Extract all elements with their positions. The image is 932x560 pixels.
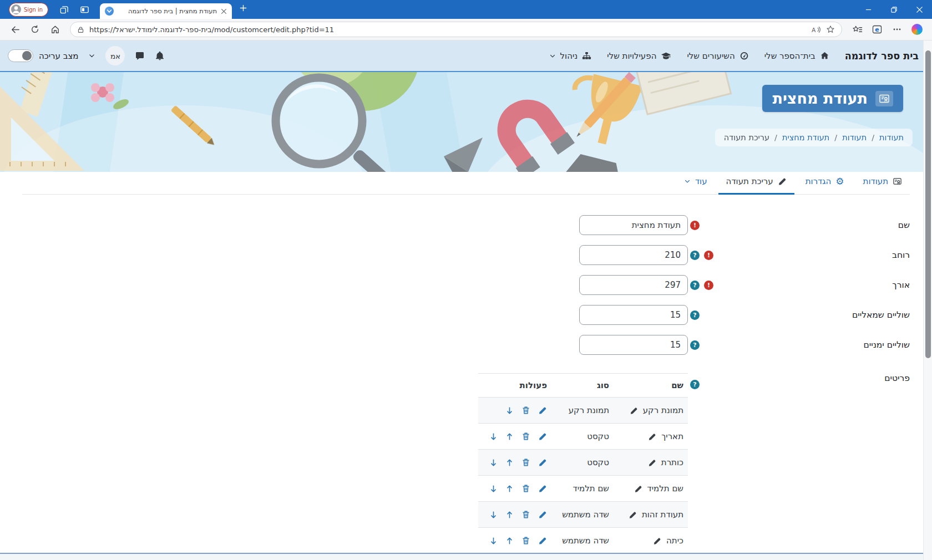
field-input[interactable] bbox=[579, 215, 688, 235]
nav-my-school-label: בית־הספר שלי bbox=[764, 51, 816, 61]
table-row: כותרת טקסט bbox=[478, 450, 688, 476]
tab-more-label: עוד bbox=[695, 176, 707, 186]
edit-element-icon[interactable] bbox=[538, 458, 547, 467]
field-input[interactable] bbox=[579, 245, 688, 265]
breadcrumb-item[interactable]: תעודות bbox=[842, 133, 879, 142]
workspaces-icon[interactable] bbox=[59, 5, 69, 14]
rename-pencil-icon[interactable] bbox=[648, 459, 656, 467]
user-avatar[interactable]: אמ bbox=[105, 46, 125, 65]
rename-pencil-icon[interactable] bbox=[630, 406, 638, 415]
back-icon[interactable] bbox=[7, 21, 23, 38]
delete-element-icon[interactable] bbox=[521, 432, 530, 441]
move-down-icon[interactable] bbox=[489, 432, 498, 441]
field-input[interactable] bbox=[579, 275, 688, 295]
tab-edit-certificate[interactable]: עריכת תעודה bbox=[718, 174, 794, 195]
field-label: רוחב bbox=[722, 250, 910, 260]
home-icon[interactable] bbox=[47, 21, 63, 38]
breadcrumb: תעודות תעודות תעודת מחצית עריכת תעודה bbox=[715, 129, 913, 146]
move-up-icon[interactable] bbox=[505, 432, 514, 441]
settings-menu-icon[interactable] bbox=[889, 21, 905, 38]
delete-element-icon[interactable] bbox=[521, 536, 530, 545]
favorites-hub-icon[interactable] bbox=[849, 21, 865, 38]
element-type: תמונת רקע bbox=[569, 405, 609, 415]
window-close-button[interactable] bbox=[906, 0, 932, 19]
browser-essentials-icon[interactable] bbox=[869, 21, 885, 38]
favorite-star-icon[interactable] bbox=[826, 25, 835, 34]
scrollbar-thumb[interactable] bbox=[925, 50, 931, 358]
messages-icon[interactable] bbox=[135, 51, 145, 61]
help-icon[interactable]: ? bbox=[690, 380, 700, 389]
read-aloud-icon[interactable] bbox=[811, 26, 821, 34]
profile-avatar-icon bbox=[11, 4, 21, 14]
sign-in-button[interactable]: Sign in bbox=[9, 3, 48, 17]
move-down-icon[interactable] bbox=[489, 537, 498, 545]
page-scrollbar[interactable] bbox=[923, 40, 932, 560]
required-icon: ! bbox=[690, 221, 700, 230]
help-icon[interactable]: ? bbox=[690, 251, 700, 260]
rename-pencil-icon[interactable] bbox=[629, 511, 637, 519]
delete-element-icon[interactable] bbox=[521, 484, 530, 493]
breadcrumb-item[interactable]: תעודת מחצית bbox=[782, 133, 842, 142]
edit-mode-control: מצב עריכה bbox=[8, 49, 78, 62]
move-down-icon[interactable] bbox=[489, 459, 498, 467]
window-restore-button[interactable] bbox=[881, 0, 906, 19]
lock-icon[interactable] bbox=[77, 26, 84, 33]
copilot-icon[interactable] bbox=[909, 21, 925, 38]
nav-my-courses[interactable]: השיעורים שלי bbox=[687, 51, 748, 61]
window-minimize-button[interactable] bbox=[855, 0, 881, 19]
nav-my-activities[interactable]: הפעילויות שלי bbox=[607, 51, 671, 61]
chevron-down-icon bbox=[684, 178, 691, 185]
element-type: שדה משתמש bbox=[562, 510, 609, 520]
move-down-icon[interactable] bbox=[489, 485, 498, 493]
edit-element-icon[interactable] bbox=[538, 536, 547, 545]
rename-pencil-icon[interactable] bbox=[648, 432, 656, 441]
new-tab-button[interactable] bbox=[240, 4, 247, 12]
move-up-icon[interactable] bbox=[505, 485, 514, 493]
edit-mode-toggle[interactable] bbox=[8, 49, 33, 62]
breadcrumb-item[interactable]: תעודות bbox=[879, 133, 904, 142]
edit-element-icon[interactable] bbox=[538, 432, 547, 441]
table-row: תעודת זהות שדה משתמש bbox=[478, 502, 688, 528]
edit-element-icon[interactable] bbox=[538, 406, 547, 415]
items-section: פריטים ? שם סוג פעולות bbox=[22, 373, 910, 560]
tab-close-icon[interactable] bbox=[221, 8, 227, 14]
help-icon[interactable]: ? bbox=[690, 340, 700, 350]
tab-more[interactable]: עוד bbox=[676, 174, 715, 195]
breadcrumb-item[interactable]: עריכת תעודה bbox=[724, 133, 782, 142]
delete-element-icon[interactable] bbox=[521, 406, 530, 415]
help-icon[interactable]: ? bbox=[690, 310, 700, 320]
notifications-bell-icon[interactable] bbox=[155, 51, 165, 61]
nav-my-activities-label: הפעילויות שלי bbox=[607, 51, 656, 61]
rename-pencil-icon[interactable] bbox=[653, 537, 661, 545]
move-down-icon[interactable] bbox=[489, 511, 498, 519]
tab-settings[interactable]: ⚙ הגדרות bbox=[798, 174, 852, 195]
site-name-link[interactable]: בית ספר לדוגמה bbox=[845, 50, 919, 62]
rename-pencil-icon[interactable] bbox=[634, 485, 642, 493]
edit-element-icon[interactable] bbox=[538, 510, 547, 519]
page-title: תעודת מחצית bbox=[772, 90, 868, 107]
field-input[interactable] bbox=[579, 305, 688, 325]
user-menu-chevron-icon[interactable] bbox=[88, 52, 95, 59]
help-icon[interactable]: ? bbox=[690, 281, 700, 290]
field-input[interactable] bbox=[579, 335, 688, 355]
refresh-icon[interactable] bbox=[27, 21, 43, 38]
split-screen-icon[interactable] bbox=[80, 5, 89, 14]
browser-tab[interactable]: תעודת מחצית | בית ספר לדוגמה bbox=[100, 3, 232, 19]
browser-titlebar: Sign in תעודת מחצית | בית ספר לדוגמה bbox=[0, 0, 932, 19]
nav-admin[interactable]: ניהול bbox=[549, 51, 592, 61]
nav-my-school[interactable]: בית־הספר שלי bbox=[764, 51, 829, 61]
delete-element-icon[interactable] bbox=[521, 458, 530, 467]
address-bar[interactable]: https://בית-ספר-לדוגמה.לימודל.ישראל/mod/… bbox=[70, 22, 842, 37]
move-up-icon[interactable] bbox=[505, 537, 514, 545]
element-name: כותרת bbox=[661, 457, 683, 467]
tab-certificates[interactable]: תעודות bbox=[855, 174, 910, 195]
course-header-banner: תעודת מחצית תעודות תעודות תעודת מחצית ער… bbox=[0, 71, 932, 172]
move-down-icon[interactable] bbox=[505, 406, 514, 415]
url-text[interactable]: https://בית-ספר-לדוגמה.לימודל.ישראל/mod/… bbox=[89, 26, 806, 34]
element-type: טקסט bbox=[587, 431, 609, 441]
move-up-icon[interactable] bbox=[505, 459, 514, 467]
delete-element-icon[interactable] bbox=[521, 510, 530, 519]
form-row: שוליים שמאליים ? bbox=[22, 305, 910, 325]
edit-element-icon[interactable] bbox=[538, 484, 547, 493]
move-up-icon[interactable] bbox=[505, 511, 514, 519]
